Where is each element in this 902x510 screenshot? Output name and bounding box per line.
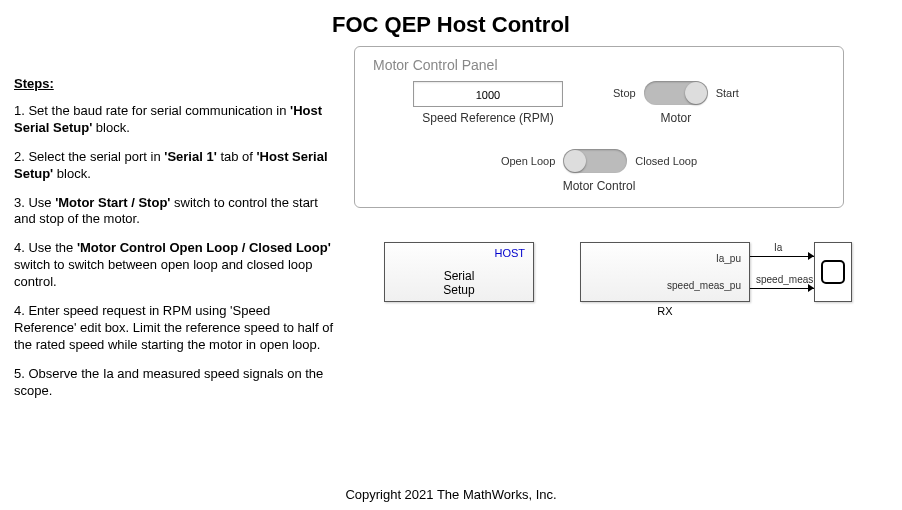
panel-title: Motor Control Panel [373, 57, 825, 73]
steps-heading: Steps: [14, 76, 334, 91]
rx-output-port-speed: speed_meas_pu [667, 280, 741, 291]
step-4: 4. Use the 'Motor Control Open Loop / Cl… [14, 240, 334, 291]
rx-block-label: RX [581, 305, 749, 317]
toggle-knob [685, 82, 707, 104]
host-serial-setup-block[interactable]: HOST Serial Setup [384, 242, 534, 302]
motor-start-stop-toggle[interactable] [644, 81, 708, 105]
motor-label: Motor [613, 111, 739, 125]
copyright-text: Copyright 2021 The MathWorks, Inc. [0, 487, 902, 502]
motor-control-loop-toggle[interactable] [563, 149, 627, 173]
motor-start-label: Start [716, 87, 739, 99]
rx-block[interactable]: Ia_pu speed_meas_pu RX [580, 242, 750, 302]
text: switch to switch between open loop and c… [14, 257, 312, 289]
simulink-diagram: HOST Serial Setup Ia_pu speed_meas_pu RX… [354, 236, 854, 336]
closed-loop-label: Closed Loop [635, 155, 697, 167]
host-block-text: Serial Setup [385, 269, 533, 297]
panel-row-bottom: Open Loop Closed Loop Motor Control [373, 149, 825, 193]
instructions-column: Steps: 1. Set the baud rate for serial c… [14, 46, 354, 411]
text-bold: 'Serial 1' [164, 149, 216, 164]
speed-reference-group: 1000 Speed Reference (RPM) [413, 81, 563, 125]
toggle-knob [564, 150, 586, 172]
text: Serial [444, 269, 475, 283]
content-area: Steps: 1. Set the baud rate for serial c… [0, 46, 902, 411]
host-tag: HOST [494, 247, 525, 259]
text: block. [92, 120, 130, 135]
signal-label-ia: Ia [774, 242, 782, 253]
model-column: Motor Control Panel 1000 Speed Reference… [354, 46, 888, 411]
text: 1. Set the baud rate for serial communic… [14, 103, 290, 118]
text: 3. Use [14, 195, 55, 210]
loop-toggle-row: Open Loop Closed Loop [373, 149, 825, 173]
text-bold: 'Motor Start / Stop' [55, 195, 170, 210]
text-bold: 'Motor Control Open Loop / Closed Loop' [77, 240, 331, 255]
motor-toggle-row: Stop Start [613, 81, 739, 105]
scope-block[interactable] [814, 242, 852, 302]
rx-output-port-ia: Ia_pu [716, 253, 741, 264]
scope-icon [821, 260, 845, 284]
text: tab of [217, 149, 257, 164]
step-6: 5. Observe the Ia and measured speed sig… [14, 366, 334, 400]
text: block. [53, 166, 91, 181]
speed-reference-input[interactable]: 1000 [413, 81, 563, 107]
text: Setup [443, 283, 474, 297]
step-2: 2. Select the serial port in 'Serial 1' … [14, 149, 334, 183]
text: 4. Use the [14, 240, 77, 255]
open-loop-label: Open Loop [501, 155, 555, 167]
motor-control-label: Motor Control [373, 179, 825, 193]
motor-switch-group: Stop Start Motor [613, 81, 739, 125]
signal-wire-speed [750, 288, 814, 289]
motor-control-panel: Motor Control Panel 1000 Speed Reference… [354, 46, 844, 208]
signal-wire-ia [750, 256, 814, 257]
step-1: 1. Set the baud rate for serial communic… [14, 103, 334, 137]
text: 2. Select the serial port in [14, 149, 164, 164]
step-5: 4. Enter speed request in RPM using 'Spe… [14, 303, 334, 354]
step-3: 3. Use 'Motor Start / Stop' switch to co… [14, 195, 334, 229]
motor-stop-label: Stop [613, 87, 636, 99]
speed-reference-label: Speed Reference (RPM) [413, 111, 563, 125]
panel-row-top: 1000 Speed Reference (RPM) Stop Start Mo… [373, 81, 825, 125]
signal-label-speed: speed_meas [756, 274, 813, 285]
page-title: FOC QEP Host Control [0, 0, 902, 46]
